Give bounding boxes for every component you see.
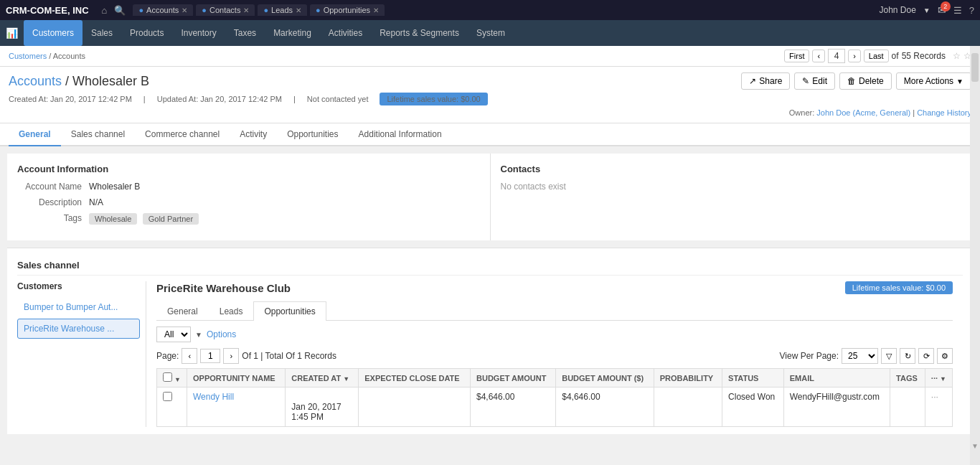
refresh-icon-btn[interactable]: ↻: [900, 348, 915, 364]
inner-tab-opportunities[interactable]: Opportunities: [253, 301, 326, 321]
nav-products[interactable]: Products: [121, 20, 172, 46]
bookmark-icon[interactable]: ☆: [953, 51, 961, 61]
tab-accounts-dot: ●: [138, 6, 143, 14]
pagination-first[interactable]: First: [784, 50, 809, 62]
col-email[interactable]: EMAIL: [783, 369, 890, 388]
meta-sep2: |: [293, 95, 296, 103]
owner-link[interactable]: John Doe (Acme, General): [816, 108, 913, 117]
delete-button[interactable]: 🗑 Delete: [839, 72, 892, 90]
tab-opportunities[interactable]: ● Opportunities ✕: [310, 4, 385, 16]
close-opportunities-tab[interactable]: ✕: [373, 6, 379, 14]
nav-marketing[interactable]: Marketing: [265, 20, 320, 46]
created-at: Created At: Jan 20, 2017 12:42 PM: [9, 95, 132, 103]
user-dropdown-icon[interactable]: ▼: [923, 6, 930, 14]
nav-customers[interactable]: Customers: [24, 20, 83, 46]
pagination-prev[interactable]: ‹: [812, 50, 825, 62]
nav-inventory[interactable]: Inventory: [172, 20, 225, 46]
account-info-section: Account Information Account Name Wholesa…: [7, 154, 491, 240]
refresh2-icon-btn[interactable]: ⟳: [918, 348, 934, 364]
email-count: 2: [941, 1, 951, 11]
row-more: ···: [925, 388, 952, 427]
sales-channel-label: Sales channel: [17, 255, 963, 276]
tab-accounts[interactable]: ● Accounts ✕: [133, 4, 193, 16]
nav-activities[interactable]: Activities: [320, 20, 371, 46]
col-dropdown-icon[interactable]: ▼: [174, 376, 181, 383]
close-contacts-tab[interactable]: ✕: [243, 6, 249, 14]
options-link[interactable]: Options: [207, 329, 236, 339]
breadcrumb: Customers / Accounts: [9, 52, 85, 60]
table-of-label: Of 1 | Total Of 1 Records: [242, 351, 336, 361]
detail-lifetime-badge: Lifetime sales value: $0.00: [845, 281, 953, 294]
account-name-value: Wholesaler B: [89, 182, 140, 192]
table-next-btn[interactable]: ›: [223, 348, 239, 364]
email-badge[interactable]: ✉ 2: [938, 4, 946, 16]
filter-icon-btn[interactable]: ▽: [881, 348, 897, 364]
customer-item-1[interactable]: PriceRite Warehouse ...: [17, 319, 140, 339]
nav-sales[interactable]: Sales: [83, 20, 121, 46]
tab-sales-channel[interactable]: Sales channel: [61, 123, 135, 146]
col-status[interactable]: STATUS: [722, 369, 784, 388]
tab-general[interactable]: General: [9, 123, 61, 146]
opportunity-name-link[interactable]: Wendy Hill: [193, 392, 234, 402]
filter-select[interactable]: All: [156, 327, 191, 342]
home-icon[interactable]: ⌂: [102, 5, 108, 16]
col-budget-amount[interactable]: BUDGET AMOUNT: [471, 369, 556, 388]
owner-row: Owner: John Doe (Acme, General) | Change…: [9, 108, 971, 117]
inner-tab-leads[interactable]: Leads: [209, 301, 254, 321]
scrollbar[interactable]: ▼: [970, 46, 980, 448]
pagination-next[interactable]: ›: [848, 50, 861, 62]
pagination: First ‹ 4 › Last of 55 Records ☆ ☆: [784, 49, 971, 63]
change-history-link[interactable]: Change History: [917, 108, 971, 117]
pagination-last[interactable]: Last: [864, 50, 889, 62]
more-cols-icon[interactable]: ···: [931, 374, 938, 382]
tab-leads-dot: ●: [263, 6, 268, 14]
customer-item-0[interactable]: Bumper to Bumper Aut...: [17, 297, 140, 317]
col-budget-amount-usd[interactable]: BUDGET AMOUNT ($): [556, 369, 654, 388]
nav-system[interactable]: System: [468, 20, 514, 46]
tag-gold-partner: Gold Partner: [143, 213, 199, 225]
accounts-link[interactable]: Accounts: [9, 74, 62, 88]
col-expected-close[interactable]: EXPECTED CLOSE DATE: [359, 369, 471, 388]
settings-icon-btn[interactable]: ⚙: [937, 348, 953, 364]
field-description: Description N/A: [17, 197, 480, 207]
tags-value: Wholesale Gold Partner: [89, 213, 202, 225]
tab-opportunities[interactable]: Opportunities: [277, 123, 348, 146]
row-checkbox[interactable]: [163, 392, 172, 401]
close-leads-tab[interactable]: ✕: [296, 6, 301, 14]
edit-button[interactable]: ✎ Edit: [794, 72, 835, 90]
tab-additional-info[interactable]: Additional Information: [349, 123, 452, 146]
tab-commerce-channel[interactable]: Commerce channel: [135, 123, 230, 146]
filter-dropdown-icon: ▼: [195, 331, 202, 339]
nav-reports-segments[interactable]: Reports & Segments: [371, 20, 468, 46]
col-opportunity-name[interactable]: OPPORTUNITY NAME: [187, 369, 285, 388]
col-more[interactable]: ··· ▼: [925, 369, 952, 388]
scroll-down-icon[interactable]: ▼: [971, 442, 979, 448]
scrollbar-thumb[interactable]: [971, 53, 979, 82]
more-actions-button[interactable]: More Actions ▼: [896, 72, 971, 90]
user-name[interactable]: John Doe: [879, 5, 915, 15]
search-icon[interactable]: 🔍: [114, 5, 126, 16]
share-button[interactable]: ↗ Share: [741, 72, 790, 90]
breadcrumb-customers[interactable]: Customers: [9, 52, 47, 60]
tags-label: Tags: [17, 213, 89, 225]
nav-taxes[interactable]: Taxes: [225, 20, 265, 46]
inner-tab-general[interactable]: General: [156, 301, 209, 321]
view-controls: View Per Page: 25 50 100 ▽ ↻ ⟳ ⚙: [780, 348, 953, 364]
col-tags[interactable]: TAGS: [890, 369, 925, 388]
row-more-icon[interactable]: ···: [931, 392, 938, 402]
table-prev-btn[interactable]: ‹: [182, 348, 197, 364]
menu-icon[interactable]: ☰: [953, 5, 962, 16]
row-probability: [654, 388, 722, 427]
col-probability[interactable]: PROBABILITY: [654, 369, 722, 388]
per-page-select[interactable]: 25 50 100: [842, 348, 878, 364]
tab-contacts[interactable]: ● Contacts ✕: [196, 4, 255, 16]
chart-icon[interactable]: 📊: [6, 27, 18, 39]
select-all-checkbox[interactable]: [163, 372, 172, 382]
more-cols-dropdown[interactable]: ▼: [940, 375, 946, 382]
close-accounts-tab[interactable]: ✕: [182, 6, 187, 14]
tab-activity[interactable]: Activity: [230, 123, 277, 146]
help-icon[interactable]: ?: [969, 5, 974, 16]
tab-leads[interactable]: ● Leads ✕: [258, 4, 307, 16]
col-created-at[interactable]: CREATED AT ▼: [286, 369, 359, 388]
table-page-input[interactable]: 1: [200, 349, 220, 363]
